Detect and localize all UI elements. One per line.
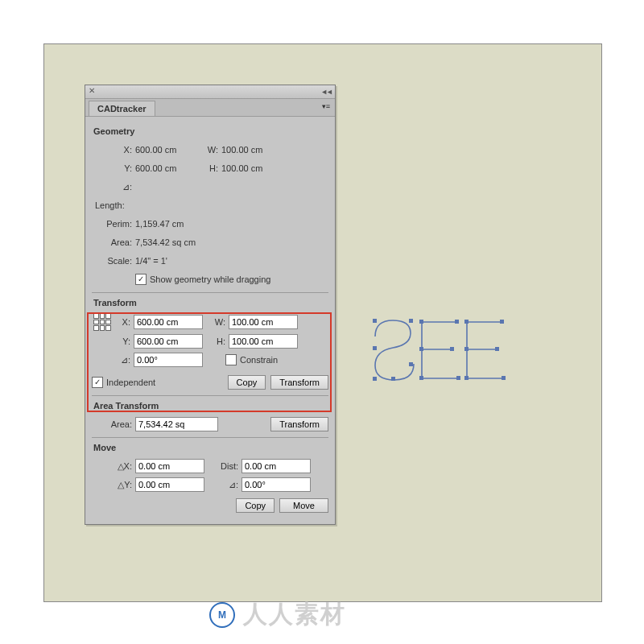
move-button[interactable]: Move (279, 498, 328, 513)
svg-rect-4 (373, 377, 377, 381)
transform-y-input[interactable] (134, 334, 203, 349)
svg-rect-14 (464, 347, 469, 351)
constrain-label: Constrain (240, 355, 278, 365)
cadtracker-panel: ✕ ◄◄ CADtracker ▾≡ Geometry X: 600.00 cm… (85, 85, 336, 525)
dist-label: Dist: (213, 461, 242, 471)
geometry-header: Geometry (92, 122, 328, 139)
area-transform-button[interactable]: Transform (270, 417, 328, 431)
svg-rect-2 (373, 346, 377, 350)
transform-angle-input[interactable] (134, 353, 203, 367)
w-value: 100.00 cm (221, 145, 290, 155)
area-transform-header: Area Transform (92, 395, 328, 414)
copy-button[interactable]: Copy (228, 375, 266, 390)
watermark-logo-icon: M (209, 602, 235, 628)
area-transform-input[interactable] (135, 417, 218, 431)
svg-rect-15 (495, 347, 499, 351)
panel-titlebar[interactable]: ✕ ◄◄ (85, 85, 335, 99)
move-header: Move (92, 437, 328, 456)
perim-label: Perim: (92, 219, 135, 229)
dy-label: △Y: (92, 480, 135, 490)
svg-rect-3 (409, 362, 413, 366)
svg-rect-17 (502, 376, 506, 380)
move-copy-button[interactable]: Copy (236, 498, 275, 513)
svg-rect-16 (464, 376, 469, 380)
svg-rect-9 (450, 347, 454, 351)
scale-value: 1/4" = 1' (135, 256, 167, 266)
svg-rect-1 (409, 319, 413, 323)
show-geometry-label: Show geometry while dragging (150, 275, 270, 284)
move-dist-input[interactable] (242, 459, 311, 473)
transform-h-input[interactable] (229, 334, 298, 349)
independent-label: Independent (106, 378, 228, 387)
svg-rect-8 (419, 347, 423, 351)
selected-artwork[interactable] (369, 314, 506, 386)
x-label: X: (92, 145, 135, 155)
mangle-label: ⊿: (213, 480, 242, 490)
at-area-label: Area: (92, 419, 135, 429)
svg-rect-13 (500, 320, 504, 324)
tx-label: X: (116, 317, 134, 327)
area-label: Area: (92, 237, 135, 247)
collapse-icon[interactable]: ◄◄ (320, 88, 332, 96)
independent-checkbox[interactable]: ✓ (92, 377, 103, 388)
dx-label: △X: (92, 461, 135, 472)
perim-value: 1,159.47 cm (135, 219, 184, 229)
tab-cadtracker[interactable]: CADtracker (89, 101, 155, 116)
svg-rect-6 (419, 320, 423, 324)
ty-label: Y: (116, 336, 134, 346)
close-icon[interactable]: ✕ (89, 86, 95, 95)
move-angle-input[interactable] (242, 477, 311, 492)
move-dx-input[interactable] (135, 459, 204, 473)
tw-label: W: (211, 317, 229, 327)
move-dy-input[interactable] (135, 477, 204, 492)
transform-w-input[interactable] (229, 315, 298, 329)
watermark: M 人人素材 (209, 598, 346, 631)
svg-rect-11 (456, 376, 460, 380)
scale-label: Scale: (92, 256, 135, 266)
tangle-label: ⊿: (116, 355, 134, 365)
transform-x-input[interactable] (134, 315, 203, 329)
y-label: Y: (92, 163, 135, 173)
w-label: W: (204, 145, 221, 155)
area-value: 7,534.42 sq cm (135, 237, 196, 247)
watermark-text: 人人素材 (243, 598, 346, 631)
length-label: Length: (92, 200, 138, 210)
canvas-background: ✕ ◄◄ CADtracker ▾≡ Geometry X: 600.00 cm… (43, 43, 602, 602)
h-value: 100.00 cm (221, 163, 290, 173)
x-value: 600.00 cm (135, 145, 204, 155)
svg-rect-7 (455, 320, 459, 324)
svg-rect-10 (419, 376, 423, 380)
h-label: H: (204, 163, 221, 173)
svg-rect-0 (373, 319, 377, 323)
angle-label: ⊿: (92, 182, 135, 192)
reference-point-icon[interactable] (93, 313, 111, 331)
svg-rect-5 (391, 377, 395, 381)
show-geometry-checkbox[interactable]: ✓ (135, 274, 147, 285)
y-value: 600.00 cm (135, 163, 204, 173)
transform-button[interactable]: Transform (270, 375, 328, 390)
th-label: H: (211, 336, 229, 346)
svg-rect-12 (464, 320, 469, 324)
constrain-checkbox[interactable] (225, 354, 237, 365)
menu-icon[interactable]: ▾≡ (322, 102, 330, 110)
transform-header: Transform (92, 292, 328, 311)
